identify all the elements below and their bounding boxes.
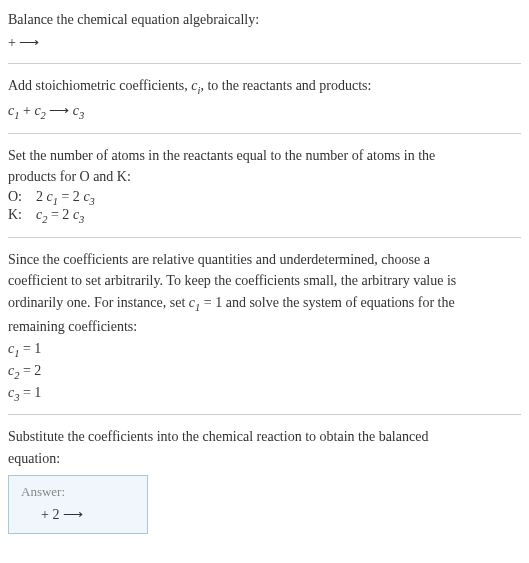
answer-equation: + 2 ⟶: [21, 506, 135, 523]
solve-section: Since the coefficients are relative quan…: [8, 250, 521, 403]
o-2a: 2: [36, 189, 47, 204]
arrow-1: ⟶: [46, 103, 73, 118]
solve-text-1: Since the coefficients are relative quan…: [8, 250, 521, 270]
intro-reaction: + ⟶: [8, 34, 521, 51]
answer-box: Answer: + 2 ⟶: [8, 475, 148, 534]
oxygen-label: O:: [8, 189, 28, 207]
atoms-text-1: Set the number of atoms in the reactants…: [8, 146, 521, 166]
substitute-section: Substitute the coefficients into the che…: [8, 427, 521, 533]
oxygen-row: O: 2 c1 = 2 c3: [8, 189, 521, 207]
intro-text: Balance the chemical equation algebraica…: [8, 10, 521, 30]
stoich-text-2: , to the reactants and products:: [200, 78, 371, 93]
potassium-row: K: c2 = 2 c3: [8, 207, 521, 225]
sub-text-2: equation:: [8, 449, 521, 469]
divider-2: [8, 133, 521, 134]
solve-text-3: ordinarily one. For instance, set c1 = 1…: [8, 293, 521, 315]
result-c1: c1 = 1: [8, 341, 521, 359]
oxygen-equation: 2 c1 = 2 c3: [36, 189, 95, 207]
result-c3: c3 = 1: [8, 385, 521, 403]
solve-3a: ordinarily one. For instance, set: [8, 295, 189, 310]
solve-text-2: coefficient to set arbitrarily. To keep …: [8, 271, 521, 291]
plus-1: +: [19, 103, 34, 118]
answer-label: Answer:: [21, 484, 135, 500]
stoich-text: Add stoichiometric coefficients, ci, to …: [8, 76, 521, 98]
atoms-section: Set the number of atoms in the reactants…: [8, 146, 521, 225]
divider-3: [8, 237, 521, 238]
c3-sub: 3: [79, 110, 84, 121]
o-c3-sub: 3: [90, 196, 95, 207]
k-c3-sub: 3: [79, 214, 84, 225]
divider-4: [8, 414, 521, 415]
k-eq: = 2: [47, 207, 72, 222]
potassium-equation: c2 = 2 c3: [36, 207, 84, 225]
r1-val: = 1: [19, 341, 41, 356]
solve-text-4: remaining coefficients:: [8, 317, 521, 337]
divider-1: [8, 63, 521, 64]
r3-val: = 1: [19, 385, 41, 400]
result-c2: c2 = 2: [8, 363, 521, 381]
stoich-text-1: Add stoichiometric coefficients,: [8, 78, 191, 93]
stoichiometric-section: Add stoichiometric coefficients, ci, to …: [8, 76, 521, 121]
potassium-label: K:: [8, 207, 28, 225]
solve-3b: = 1 and solve the system of equations fo…: [200, 295, 454, 310]
o-eq: = 2: [58, 189, 83, 204]
atoms-text-2: products for O and K:: [8, 167, 521, 187]
intro-section: Balance the chemical equation algebraica…: [8, 10, 521, 51]
r2-val: = 2: [19, 363, 41, 378]
sub-text-1: Substitute the coefficients into the che…: [8, 427, 521, 447]
stoich-equation: c1 + c2 ⟶ c3: [8, 102, 521, 121]
